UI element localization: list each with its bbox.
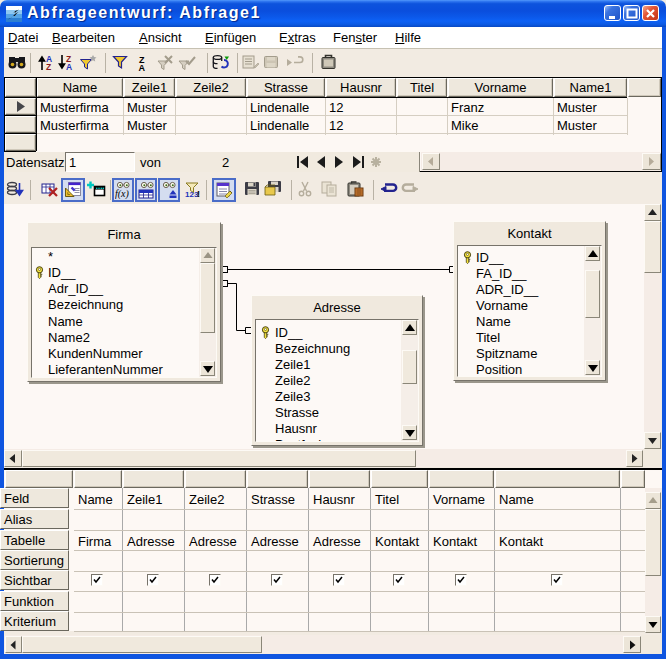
svg-text:A: A: [66, 62, 72, 71]
svg-text:Z: Z: [46, 62, 51, 71]
svg-text:!: !: [197, 189, 200, 199]
svg-text:A: A: [139, 63, 146, 72]
svg-text:f(x): f(x): [115, 188, 130, 199]
